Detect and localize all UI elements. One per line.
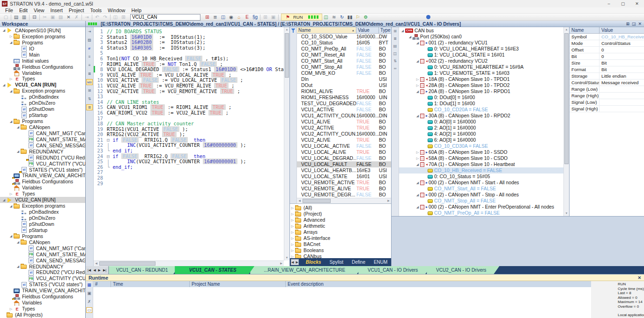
variable-row[interactable]: VCU_LOCAL_HEARTB...16#E3USI — [297, 167, 391, 173]
delete-all-icon[interactable]: ✗ — [73, 14, 81, 20]
variable-row[interactable]: CO_10_SSDO_Value16#0000...DW — [297, 34, 391, 40]
expander-icon[interactable]: ▷ — [290, 206, 295, 210]
expander-icon[interactable]: ◢ — [415, 193, 420, 197]
can-tree-item[interactable]: ◢▸20A (8) - CANopen Slave 10 - RPDO1 — [399, 88, 563, 94]
menu-insert[interactable]: Insert — [48, 7, 65, 13]
property-row[interactable]: Range (High) — [570, 93, 644, 99]
maximize-button[interactable]: ▢ — [616, 0, 630, 7]
can-tree-item[interactable]: 1: VCU_REMOTE_STATE = 16#03 — [399, 70, 563, 76]
tree-item[interactable]: FBCAN_NMT_STATE_MA... — [0, 137, 85, 143]
close-button[interactable]: ✕ — [630, 0, 644, 7]
tree-item[interactable]: ▷ETypes — [0, 306, 85, 312]
editor-vscrollbar[interactable]: ▲ ▼ — [284, 27, 289, 260]
variable-row[interactable]: VCU_LOCAL_ALIVETRUEBO — [297, 149, 391, 155]
variable-row[interactable]: RIOM1_ALIVETRUEBO — [297, 88, 391, 94]
expander-icon[interactable]: ◢ — [8, 234, 14, 238]
paste-block-icon[interactable]: ▨ — [86, 37, 93, 43]
blocks-tab-nav[interactable]: ◀▶ — [291, 259, 299, 265]
minimize-button[interactable]: – — [602, 0, 616, 7]
swap-icon[interactable]: ⇅ — [393, 59, 397, 63]
outline-icon[interactable]: ≣ — [86, 104, 93, 110]
types-icon[interactable]: E — [243, 14, 251, 20]
tree-item[interactable]: stREDUND2 ("VCU Redun... — [0, 270, 85, 276]
tree-item[interactable]: ▷ETypes — [0, 76, 85, 82]
tree-item[interactable]: FBVCU_ACTIVITY ("VCU sta... — [0, 161, 85, 167]
filter-icon[interactable] — [291, 29, 296, 33]
blocks-tab-define[interactable]: Define — [348, 260, 370, 265]
expander-icon[interactable]: ▷ — [415, 84, 420, 87]
tree-item[interactable]: stREDUND1 ("VCU Redun... — [0, 155, 85, 161]
expander-icon[interactable]: ◢ — [1, 29, 7, 32]
property-row[interactable]: Control/StatusMessage received — [570, 80, 644, 86]
expander-icon[interactable]: ▷ — [290, 255, 295, 259]
variable-row[interactable]: TEST_VCU_DEGRADEDFALSEBO — [297, 101, 391, 107]
blocks-tab-spylist[interactable]: Spylist — [326, 260, 348, 265]
tree-item[interactable]: stCAN_NMT_MGT ("Canop... — [0, 246, 85, 252]
doc-tab[interactable]: VCU2_CAN - IO Drivers — [427, 266, 499, 274]
expander-icon[interactable]: ▷ — [290, 249, 295, 253]
expander-icon[interactable]: ▷ — [290, 218, 295, 222]
blocks-tab-blocks[interactable]: Blocks — [302, 260, 326, 265]
variable-row[interactable]: VCU2_ACTIVETRUEBO — [297, 125, 391, 131]
step-icon[interactable]: ⚐ — [354, 14, 362, 20]
variable-row[interactable]: VCU1_ACTIVEFALSEBO — [297, 107, 391, 113]
tab-nav-icon[interactable]: ◀ — [93, 268, 96, 272]
expander-icon[interactable]: ◢ — [15, 150, 21, 153]
variable-row[interactable]: CO_10_Status16#05BYT — [297, 40, 391, 46]
blocks-folder[interactable]: ▷CANbus — [290, 253, 391, 258]
doc-tab[interactable]: VCU1_CAN - IO Drivers — [358, 266, 431, 274]
indent-icon[interactable]: ⇥ — [86, 29, 93, 35]
blocks-folder[interactable]: ▷Arrays — [290, 229, 391, 235]
can-tree-item[interactable]: ◢▸000 (2) - CANopen NMT - Enter PreOpera… — [399, 204, 563, 210]
runtime-table-body[interactable] — [93, 287, 591, 318]
fieldbus-icon[interactable]: ≣ — [211, 14, 219, 20]
can-tree-item[interactable]: ▷◂58A (8) - CANopen Slave 10 - CSDO — [399, 155, 563, 161]
scroll-down-icon[interactable]: ▼ — [564, 211, 569, 216]
tree-item[interactable]: Variables — [0, 185, 85, 191]
can-tree-item[interactable]: 1: DOut[1] = 16#00 — [399, 101, 563, 107]
can-tree-item[interactable]: 4: AO[2] = 16#0000 — [399, 131, 563, 137]
variable-row[interactable]: VCU_REMOTE_ALIVETRUEBO — [297, 186, 391, 192]
can-vscrollbar[interactable]: ▲ ▼ — [563, 27, 569, 216]
tree-item[interactable]: (All Projects) — [0, 312, 85, 318]
tree-item[interactable]: TRAIN_VIEW_CAN_ARCHITECT... — [0, 288, 85, 294]
variable-row[interactable]: CO_NMT_Reset_AllFALSEBO — [297, 52, 391, 58]
blocks-folder[interactable]: ▷Booleans — [290, 247, 391, 253]
expander-icon[interactable]: ◢ — [8, 120, 14, 123]
tree-item[interactable]: ◢VCU1_CAN [RUN] — [0, 82, 85, 88]
scroll-right-icon[interactable]: ▶ — [279, 261, 284, 266]
can-tree-item[interactable]: 0: VCU_LOCAL_HEARTBEAT = 16#E3 — [399, 46, 563, 52]
runtime-column-0[interactable]: # — [93, 281, 111, 287]
expander-icon[interactable]: ◢ — [415, 59, 420, 63]
property-row[interactable]: SizeBit — [570, 60, 644, 66]
tree-item[interactable]: ▷ETypes — [0, 191, 85, 197]
expander-icon[interactable]: ▷ — [415, 78, 420, 81]
can-tree-item[interactable]: ◢CANCAN bus — [399, 28, 563, 34]
expander-icon[interactable]: ▷ — [415, 157, 420, 160]
home-icon[interactable]: ⌂ — [235, 14, 243, 20]
prop-column-value[interactable]: Value — [600, 27, 615, 33]
scroll-left-icon[interactable]: ◀ — [297, 198, 302, 203]
expander-icon[interactable]: ◢ — [8, 204, 14, 208]
menu-file[interactable]: File — [3, 7, 15, 13]
comment-icon[interactable]: ▭ — [86, 307, 92, 313]
expander-icon[interactable]: ▷ — [290, 231, 295, 234]
can-tree-item[interactable]: ▷◂18A (8) - CANopen Slave 10 - TPDO1 — [399, 76, 563, 82]
expander-icon[interactable]: ◢ — [15, 265, 21, 268]
tree-item[interactable]: ◢CANopen — [0, 239, 85, 246]
editor-hscrollbar[interactable]: ◀ ▶ — [94, 260, 284, 266]
expander-icon[interactable]: ▷ — [8, 77, 14, 81]
can-tree-item[interactable]: CO_NMT_Start_All = FALSE — [399, 186, 563, 192]
expander-icon[interactable]: ◢ — [415, 181, 420, 185]
align-justify-icon[interactable]: ≣ — [86, 71, 93, 77]
tree-item[interactable]: stpShutDown — [0, 106, 85, 112]
float-icon[interactable]: ◲ — [632, 22, 636, 26]
can-tree-item[interactable]: ▷◂28A (8) - CANopen Slave 10 - TPDO2 — [399, 82, 563, 88]
expander-icon[interactable]: ◢ — [415, 90, 420, 94]
expander-icon[interactable]: ◢ — [400, 29, 405, 33]
can-tree-item[interactable]: CO_NMT_PreOp_All = FALSE — [399, 210, 563, 216]
can-tree-item[interactable]: ◢▸001 (2) - redundancy VCU1 — [399, 40, 563, 46]
tree-item[interactable]: stCAN_SEND_MESSAGES .. — [0, 258, 85, 264]
column-value[interactable]: Value — [356, 27, 379, 33]
tree-item[interactable]: ▷Exception programs — [0, 34, 85, 40]
